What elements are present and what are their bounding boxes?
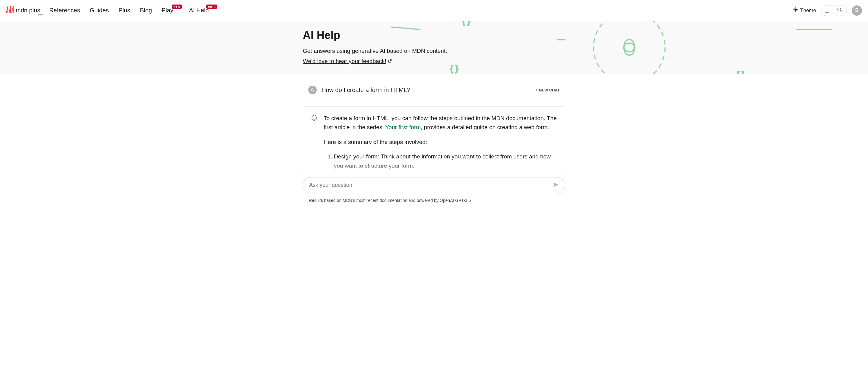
external-link-icon xyxy=(388,58,392,65)
answer-summary-label: Here is a summary of the steps involved: xyxy=(323,138,558,147)
svg-line-6 xyxy=(797,11,798,11)
input-row xyxy=(303,177,565,193)
theme-label: Theme xyxy=(800,7,816,13)
svg-line-5 xyxy=(794,8,795,9)
svg-point-11 xyxy=(593,21,665,74)
nav-aihelp-label: AI Help xyxy=(189,7,209,13)
answer-intro-post: , provides a detailed guide on creating … xyxy=(421,124,549,131)
sun-icon xyxy=(793,7,798,14)
answer-step: Design your form: Think about the inform… xyxy=(334,152,558,171)
main-header: mdn plus References Guides Plus Blog Pla… xyxy=(0,0,868,21)
chat-area: S How do I create a form in HTML? + NEW … xyxy=(303,74,565,205)
answer-content: To create a form in HTML, you can follow… xyxy=(323,114,558,167)
nav-play[interactable]: Play NEW xyxy=(162,7,174,14)
nav-blog[interactable]: Blog xyxy=(140,7,152,14)
svg-text:{ }: { } xyxy=(450,64,458,73)
question-avatar: S xyxy=(308,86,317,94)
header-right: Theme _ S xyxy=(793,5,862,16)
svg-text:{ }: { } xyxy=(462,21,470,25)
logo-icon xyxy=(6,6,14,15)
search-cursor: _ xyxy=(826,7,829,13)
hero-content: AI Help Get answers using generative AI … xyxy=(303,29,565,65)
main-nav: References Guides Plus Blog Play NEW AI … xyxy=(49,7,209,14)
logo-underline xyxy=(38,15,43,16)
answer-panel: To create a form in HTML, you can follow… xyxy=(303,106,565,174)
header-left: mdn plus References Guides Plus Blog Pla… xyxy=(6,6,209,15)
svg-point-9 xyxy=(838,8,841,11)
search-icon xyxy=(837,7,842,14)
nav-play-label: Play xyxy=(162,7,174,13)
send-button[interactable] xyxy=(553,181,559,189)
answer-step: Implement the form using HTML elements: … xyxy=(334,173,558,174)
user-avatar[interactable]: S xyxy=(852,5,862,16)
nav-guides[interactable]: Guides xyxy=(90,7,108,14)
answer-intro: To create a form in HTML, you can follow… xyxy=(323,114,558,132)
page-title: AI Help xyxy=(303,29,565,41)
question-text: How do I create a form in HTML? xyxy=(321,87,410,93)
theme-toggle[interactable]: Theme xyxy=(793,7,816,14)
svg-text:{ }: { } xyxy=(737,70,745,74)
logo-text: mdn plus xyxy=(16,7,40,14)
question-input[interactable] xyxy=(303,177,565,193)
svg-line-7 xyxy=(794,11,795,11)
feedback-text: We'd love to hear your feedback! xyxy=(303,58,386,65)
footer-disclaimer: Results based on MDN's most recent docum… xyxy=(303,193,565,205)
svg-point-0 xyxy=(795,9,797,10)
svg-line-8 xyxy=(797,8,798,9)
nav-aihelp[interactable]: AI Help BETA xyxy=(189,7,209,14)
feedback-link[interactable]: We'd love to hear your feedback! xyxy=(303,58,392,65)
badge-new: NEW xyxy=(172,4,182,9)
logo[interactable]: mdn plus xyxy=(6,6,40,15)
answer-steps: Design your form: Think about the inform… xyxy=(323,152,558,174)
hero-subtitle: Get answers using generative AI based on… xyxy=(303,48,565,54)
nav-plus[interactable]: Plus xyxy=(119,7,130,14)
badge-beta: BETA xyxy=(206,4,217,9)
nav-references[interactable]: References xyxy=(49,7,80,14)
answer-link[interactable]: Your first form xyxy=(385,124,421,131)
openai-icon xyxy=(310,114,318,167)
search-box[interactable]: _ xyxy=(821,5,847,16)
new-chat-button[interactable]: + NEW CHAT xyxy=(536,88,560,92)
question-left: S How do I create a form in HTML? xyxy=(308,86,410,94)
hero-banner: { } { } + + — { } { } + + AI Help Get an… xyxy=(0,21,868,74)
svg-line-10 xyxy=(840,10,841,12)
question-row: S How do I create a form in HTML? + NEW … xyxy=(303,86,565,94)
